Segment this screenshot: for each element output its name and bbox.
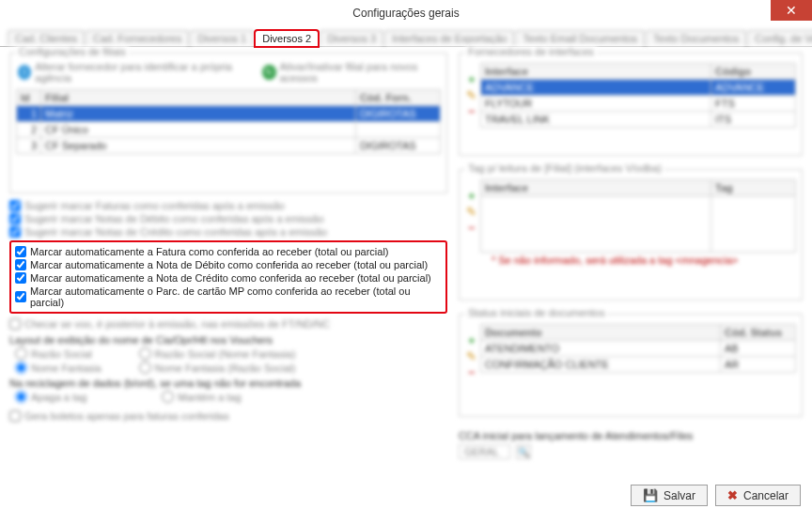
tab-config-vendas[interactable]: Config. de Vendas: [747, 30, 812, 46]
minus-icon[interactable]: −: [465, 221, 478, 235]
filiais-table[interactable]: Id Filial Cód. Forn. 1 Matriz DIGIROTAS …: [16, 89, 441, 154]
window-title: Configurações gerais: [352, 7, 459, 20]
table-row[interactable]: 3 CF Separado DIGIROTAS: [17, 138, 441, 154]
pencil-icon[interactable]: ✎: [465, 205, 478, 219]
tags-filial-note: * Se não informado, será utilizada a tag…: [480, 253, 796, 266]
tab-cad-clientes[interactable]: Cad. Clientes: [8, 30, 85, 46]
right-column: Fornecedores de interfaces + ✎ − Interfa…: [459, 53, 803, 479]
cca-value[interactable]: GERAL: [459, 444, 510, 459]
body-area: Configurações de filiais i Alterar forne…: [0, 47, 812, 479]
tab-cad-fornecedores[interactable]: Cad. Fornecedores: [86, 30, 189, 46]
tab-texto-docs[interactable]: Texto Documentos: [646, 30, 746, 46]
check-auto-nd[interactable]: Marcar automaticamente a Nota de Débito …: [15, 258, 442, 271]
table-row[interactable]: 1 Matriz DIGIROTAS: [17, 106, 441, 122]
layout-label: Layout de exibição do nome de Cia/Opr/Ht…: [9, 331, 447, 346]
tags-filial-table[interactable]: InterfaceTag: [480, 179, 796, 253]
cca-label: CCA inicial para lançamento de Atendimen…: [459, 430, 803, 441]
check-checar-voo[interactable]: Checar se voo, é posterior à emissão, na…: [9, 317, 447, 331]
filiais-group: Configurações de filiais i Alterar forne…: [9, 53, 447, 193]
tab-texto-email-docs[interactable]: Texto Email Documentos: [515, 30, 645, 46]
titlebar: Configurações gerais ✕: [0, 0, 812, 26]
save-icon: 💾: [643, 488, 658, 502]
close-icon: ✕: [786, 3, 797, 18]
forn-if-table[interactable]: InterfaceCódigo ADVANCEADVANCE FLYTOURFT…: [480, 63, 796, 128]
left-column: Configurações de filiais i Alterar forne…: [9, 53, 447, 479]
link-alterar-fornecedor[interactable]: i Alterar fornecedor para identificar a …: [18, 61, 245, 84]
radio-razao-nome[interactable]: Razão Social (Nome Fantasia): [139, 347, 296, 361]
table-row[interactable]: ADVANCEADVANCE: [480, 80, 795, 96]
tab-diversos-3[interactable]: Diversos 3: [320, 30, 383, 46]
filiais-title: Configurações de filiais: [16, 46, 129, 57]
footer: 💾 Salvar ✖ Cancelar: [0, 479, 812, 512]
check-sug-nd[interactable]: Sugerir marcar Notas de Débito como conf…: [9, 212, 447, 225]
radio-mantem-tag[interactable]: Mantém a tag: [162, 390, 241, 404]
radio-nome-fantasia[interactable]: Nome Fantasia: [15, 361, 102, 375]
cancel-icon: ✖: [727, 488, 738, 502]
link-ativar-inativar[interactable]: ↻ Ativar/Inativar filial para novos aces…: [262, 61, 439, 84]
pencil-icon[interactable]: ✎: [465, 349, 478, 363]
tab-diversos-2[interactable]: Diversos 2: [255, 30, 319, 47]
plus-icon[interactable]: +: [465, 189, 478, 203]
radio-apaga-tag[interactable]: Apaga a tag: [15, 390, 86, 404]
table-row[interactable]: TRAVEL LINKITS: [480, 112, 795, 128]
table-row[interactable]: ATENDIMENTOAB: [480, 341, 795, 357]
save-button[interactable]: 💾 Salvar: [631, 485, 708, 506]
table-row[interactable]: FLYTOURFTS: [480, 96, 795, 112]
check-auto-parc-mp[interactable]: Marcar automaticamente o Parc. de cartão…: [15, 285, 442, 309]
top-checks: Sugerir marcar Faturas como conferidas a…: [9, 199, 447, 239]
refresh-icon: ↻: [262, 65, 275, 80]
tags-filial-title: Tag p/ leitura de [Filial] (interfaces V…: [465, 162, 664, 174]
plus-icon[interactable]: +: [465, 72, 478, 86]
tab-diversos-1[interactable]: Diversos 1: [190, 30, 254, 46]
status-docs-title: Status iniciais de documentos: [465, 307, 608, 318]
check-boletos-conferidas[interactable]: Gera boletos apenas para faturas conferi…: [9, 407, 447, 423]
reciclagem-label: Na reciclagem de dados (b/ord), se uma t…: [9, 378, 447, 389]
minus-icon[interactable]: −: [465, 104, 478, 118]
check-sug-nc[interactable]: Sugerir marcar Notas de Crédito como con…: [9, 225, 447, 239]
radio-nome-razao[interactable]: Nome Fantasia (Razão Social): [139, 361, 296, 375]
cancel-button[interactable]: ✖ Cancelar: [715, 485, 801, 506]
check-auto-nc[interactable]: Marcar automaticamente a Nota de Crédito…: [15, 271, 442, 285]
forn-if-title: Fornecedores de interfaces: [465, 46, 597, 57]
check-sug-faturas[interactable]: Sugerir marcar Faturas como conferidas a…: [9, 199, 447, 212]
tabbar: Cad. Clientes Cad. Fornecedores Diversos…: [0, 26, 812, 47]
table-row[interactable]: [480, 196, 795, 253]
minus-icon[interactable]: −: [465, 365, 478, 379]
auto-conferida-group: Marcar automaticamente a Fatura como con…: [9, 240, 447, 314]
info-icon: i: [18, 65, 31, 80]
pencil-icon[interactable]: ✎: [465, 88, 478, 102]
plus-icon[interactable]: +: [465, 333, 478, 347]
check-auto-fatura[interactable]: Marcar automaticamente a Fatura como con…: [15, 245, 442, 258]
magnifier-icon[interactable]: 🔍: [516, 444, 531, 459]
cca-block: CCA inicial para lançamento de Atendimen…: [459, 430, 803, 459]
close-button[interactable]: ✕: [771, 0, 812, 21]
radio-razao-social[interactable]: Razão Social: [15, 347, 102, 361]
table-row[interactable]: CONFIRMAÇÃO CLIENTEAR: [480, 357, 795, 373]
tab-interfaces-exportacao[interactable]: Interfaces de Exportação: [384, 30, 514, 46]
table-row[interactable]: 2 CF Único: [17, 122, 441, 138]
status-docs-table[interactable]: DocumentoCód. Status ATENDIMENTOAB CONFI…: [480, 324, 796, 373]
